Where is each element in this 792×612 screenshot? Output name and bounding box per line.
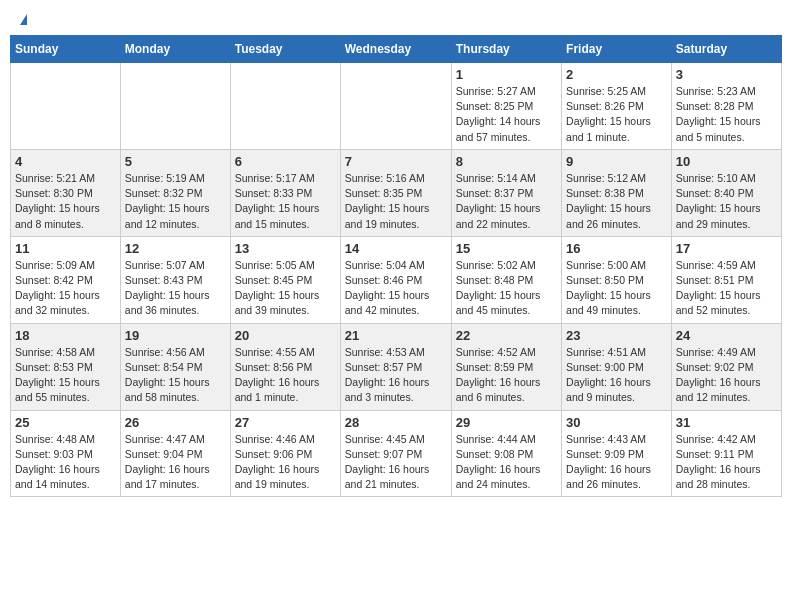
day-info: Sunrise: 5:14 AM Sunset: 8:37 PM Dayligh… (456, 171, 557, 232)
calendar-cell: 12Sunrise: 5:07 AM Sunset: 8:43 PM Dayli… (120, 236, 230, 323)
day-info: Sunrise: 4:56 AM Sunset: 8:54 PM Dayligh… (125, 345, 226, 406)
calendar-cell: 27Sunrise: 4:46 AM Sunset: 9:06 PM Dayli… (230, 410, 340, 497)
calendar-cell: 25Sunrise: 4:48 AM Sunset: 9:03 PM Dayli… (11, 410, 121, 497)
calendar-cell: 20Sunrise: 4:55 AM Sunset: 8:56 PM Dayli… (230, 323, 340, 410)
day-info: Sunrise: 5:17 AM Sunset: 8:33 PM Dayligh… (235, 171, 336, 232)
day-number: 16 (566, 241, 667, 256)
day-info: Sunrise: 4:46 AM Sunset: 9:06 PM Dayligh… (235, 432, 336, 493)
calendar-week-row: 1Sunrise: 5:27 AM Sunset: 8:25 PM Daylig… (11, 63, 782, 150)
day-of-week-header: Sunday (11, 36, 121, 63)
calendar-cell: 17Sunrise: 4:59 AM Sunset: 8:51 PM Dayli… (671, 236, 781, 323)
day-info: Sunrise: 4:44 AM Sunset: 9:08 PM Dayligh… (456, 432, 557, 493)
calendar-cell: 26Sunrise: 4:47 AM Sunset: 9:04 PM Dayli… (120, 410, 230, 497)
calendar-cell: 16Sunrise: 5:00 AM Sunset: 8:50 PM Dayli… (562, 236, 672, 323)
calendar-week-row: 4Sunrise: 5:21 AM Sunset: 8:30 PM Daylig… (11, 149, 782, 236)
day-number: 17 (676, 241, 777, 256)
day-info: Sunrise: 5:04 AM Sunset: 8:46 PM Dayligh… (345, 258, 447, 319)
calendar-cell: 1Sunrise: 5:27 AM Sunset: 8:25 PM Daylig… (451, 63, 561, 150)
day-info: Sunrise: 5:19 AM Sunset: 8:32 PM Dayligh… (125, 171, 226, 232)
calendar-cell (11, 63, 121, 150)
calendar-cell: 10Sunrise: 5:10 AM Sunset: 8:40 PM Dayli… (671, 149, 781, 236)
day-info: Sunrise: 5:05 AM Sunset: 8:45 PM Dayligh… (235, 258, 336, 319)
calendar-cell: 24Sunrise: 4:49 AM Sunset: 9:02 PM Dayli… (671, 323, 781, 410)
calendar-table: SundayMondayTuesdayWednesdayThursdayFrid… (10, 35, 782, 497)
day-info: Sunrise: 5:02 AM Sunset: 8:48 PM Dayligh… (456, 258, 557, 319)
calendar-week-row: 11Sunrise: 5:09 AM Sunset: 8:42 PM Dayli… (11, 236, 782, 323)
day-info: Sunrise: 4:55 AM Sunset: 8:56 PM Dayligh… (235, 345, 336, 406)
day-number: 3 (676, 67, 777, 82)
day-info: Sunrise: 5:27 AM Sunset: 8:25 PM Dayligh… (456, 84, 557, 145)
day-info: Sunrise: 4:52 AM Sunset: 8:59 PM Dayligh… (456, 345, 557, 406)
day-number: 26 (125, 415, 226, 430)
calendar-cell: 13Sunrise: 5:05 AM Sunset: 8:45 PM Dayli… (230, 236, 340, 323)
day-number: 6 (235, 154, 336, 169)
calendar-cell: 15Sunrise: 5:02 AM Sunset: 8:48 PM Dayli… (451, 236, 561, 323)
day-info: Sunrise: 4:53 AM Sunset: 8:57 PM Dayligh… (345, 345, 447, 406)
day-of-week-header: Friday (562, 36, 672, 63)
day-number: 25 (15, 415, 116, 430)
calendar-cell: 9Sunrise: 5:12 AM Sunset: 8:38 PM Daylig… (562, 149, 672, 236)
calendar-cell: 21Sunrise: 4:53 AM Sunset: 8:57 PM Dayli… (340, 323, 451, 410)
day-of-week-header: Thursday (451, 36, 561, 63)
day-number: 9 (566, 154, 667, 169)
calendar-cell (340, 63, 451, 150)
day-number: 5 (125, 154, 226, 169)
day-of-week-header: Tuesday (230, 36, 340, 63)
day-info: Sunrise: 5:10 AM Sunset: 8:40 PM Dayligh… (676, 171, 777, 232)
day-number: 13 (235, 241, 336, 256)
day-number: 4 (15, 154, 116, 169)
calendar-week-row: 18Sunrise: 4:58 AM Sunset: 8:53 PM Dayli… (11, 323, 782, 410)
day-of-week-header: Saturday (671, 36, 781, 63)
calendar-cell: 30Sunrise: 4:43 AM Sunset: 9:09 PM Dayli… (562, 410, 672, 497)
calendar-cell: 31Sunrise: 4:42 AM Sunset: 9:11 PM Dayli… (671, 410, 781, 497)
day-number: 31 (676, 415, 777, 430)
day-info: Sunrise: 4:48 AM Sunset: 9:03 PM Dayligh… (15, 432, 116, 493)
page-header (10, 10, 782, 27)
calendar-cell: 19Sunrise: 4:56 AM Sunset: 8:54 PM Dayli… (120, 323, 230, 410)
day-info: Sunrise: 4:45 AM Sunset: 9:07 PM Dayligh… (345, 432, 447, 493)
day-number: 22 (456, 328, 557, 343)
day-info: Sunrise: 4:59 AM Sunset: 8:51 PM Dayligh… (676, 258, 777, 319)
calendar-cell: 28Sunrise: 4:45 AM Sunset: 9:07 PM Dayli… (340, 410, 451, 497)
day-info: Sunrise: 5:25 AM Sunset: 8:26 PM Dayligh… (566, 84, 667, 145)
day-info: Sunrise: 5:00 AM Sunset: 8:50 PM Dayligh… (566, 258, 667, 319)
day-info: Sunrise: 5:09 AM Sunset: 8:42 PM Dayligh… (15, 258, 116, 319)
day-number: 14 (345, 241, 447, 256)
day-number: 8 (456, 154, 557, 169)
day-of-week-header: Wednesday (340, 36, 451, 63)
calendar-cell: 6Sunrise: 5:17 AM Sunset: 8:33 PM Daylig… (230, 149, 340, 236)
day-number: 20 (235, 328, 336, 343)
day-number: 2 (566, 67, 667, 82)
calendar-cell: 7Sunrise: 5:16 AM Sunset: 8:35 PM Daylig… (340, 149, 451, 236)
day-info: Sunrise: 4:47 AM Sunset: 9:04 PM Dayligh… (125, 432, 226, 493)
calendar-cell: 23Sunrise: 4:51 AM Sunset: 9:00 PM Dayli… (562, 323, 672, 410)
day-number: 24 (676, 328, 777, 343)
logo (18, 14, 27, 23)
day-number: 10 (676, 154, 777, 169)
calendar-cell: 5Sunrise: 5:19 AM Sunset: 8:32 PM Daylig… (120, 149, 230, 236)
day-number: 1 (456, 67, 557, 82)
day-of-week-header: Monday (120, 36, 230, 63)
calendar-cell: 29Sunrise: 4:44 AM Sunset: 9:08 PM Dayli… (451, 410, 561, 497)
day-number: 11 (15, 241, 116, 256)
day-info: Sunrise: 5:12 AM Sunset: 8:38 PM Dayligh… (566, 171, 667, 232)
day-info: Sunrise: 5:07 AM Sunset: 8:43 PM Dayligh… (125, 258, 226, 319)
calendar-cell: 11Sunrise: 5:09 AM Sunset: 8:42 PM Dayli… (11, 236, 121, 323)
day-number: 15 (456, 241, 557, 256)
day-info: Sunrise: 4:49 AM Sunset: 9:02 PM Dayligh… (676, 345, 777, 406)
day-number: 18 (15, 328, 116, 343)
day-number: 27 (235, 415, 336, 430)
logo-triangle-icon (20, 14, 27, 25)
day-info: Sunrise: 4:58 AM Sunset: 8:53 PM Dayligh… (15, 345, 116, 406)
calendar-header-row: SundayMondayTuesdayWednesdayThursdayFrid… (11, 36, 782, 63)
day-number: 7 (345, 154, 447, 169)
calendar-cell: 14Sunrise: 5:04 AM Sunset: 8:46 PM Dayli… (340, 236, 451, 323)
day-info: Sunrise: 5:21 AM Sunset: 8:30 PM Dayligh… (15, 171, 116, 232)
day-number: 29 (456, 415, 557, 430)
day-number: 21 (345, 328, 447, 343)
day-info: Sunrise: 5:16 AM Sunset: 8:35 PM Dayligh… (345, 171, 447, 232)
day-number: 19 (125, 328, 226, 343)
calendar-cell (120, 63, 230, 150)
day-number: 23 (566, 328, 667, 343)
calendar-cell: 4Sunrise: 5:21 AM Sunset: 8:30 PM Daylig… (11, 149, 121, 236)
